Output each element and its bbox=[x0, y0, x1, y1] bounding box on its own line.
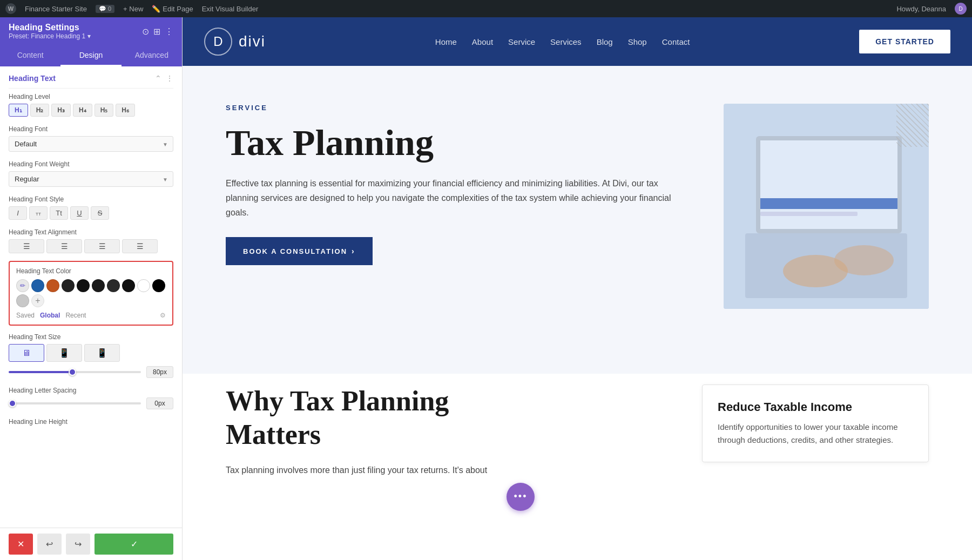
cta-button[interactable]: BOOK A CONSULTATION › bbox=[226, 237, 373, 265]
h1-button[interactable]: H₁ bbox=[9, 104, 28, 117]
align-buttons: ☰ ☰ ☰ ☰ bbox=[9, 239, 173, 253]
edit-page-link[interactable]: ✏️ Edit Page bbox=[152, 5, 193, 13]
card-title: Reduce Taxable Income bbox=[718, 400, 913, 414]
italic-button[interactable]: I bbox=[9, 206, 27, 220]
nav-blog[interactable]: Blog bbox=[597, 37, 613, 46]
wp-logo-icon[interactable]: W bbox=[5, 3, 16, 14]
new-button[interactable]: + New bbox=[123, 5, 143, 13]
underline-button[interactable]: U bbox=[70, 206, 89, 220]
site-nav: Home About Service Services Blog Shop Co… bbox=[435, 37, 690, 46]
fab-container: ••• bbox=[226, 483, 929, 515]
cta-label: BOOK A CONSULTATION bbox=[243, 247, 347, 255]
letter-spacing-slider-track[interactable] bbox=[9, 402, 141, 404]
undo-button[interactable]: ↩ bbox=[37, 534, 62, 555]
tab-design[interactable]: Design bbox=[60, 45, 121, 66]
more-options-icon[interactable]: ⋮ bbox=[165, 26, 173, 37]
saved-tab[interactable]: Saved bbox=[16, 312, 35, 319]
heading-font-group: Heading Font Default bbox=[0, 121, 182, 156]
color-settings-icon[interactable]: ⚙ bbox=[160, 312, 166, 319]
color-swatch-dark3[interactable] bbox=[92, 279, 105, 292]
color-swatch-orange[interactable] bbox=[46, 279, 59, 292]
add-color-button[interactable]: + bbox=[31, 294, 44, 307]
desktop-button[interactable]: 🖥 bbox=[9, 344, 44, 362]
nav-services[interactable]: Services bbox=[550, 37, 582, 46]
color-swatch-dark2[interactable] bbox=[77, 279, 90, 292]
panel-preset[interactable]: Preset: Finance Heading 1 ▾ bbox=[9, 32, 91, 40]
site-name[interactable]: Finance Starter Site bbox=[25, 5, 87, 13]
h2-button[interactable]: H₂ bbox=[30, 104, 50, 117]
redo-button[interactable]: ↪ bbox=[66, 534, 90, 555]
letter-spacing-value[interactable]: 0px bbox=[146, 397, 173, 409]
color-swatch-dark5[interactable] bbox=[122, 279, 135, 292]
fab-icon: ••• bbox=[514, 491, 528, 502]
cta-arrow-icon: › bbox=[352, 247, 355, 255]
comment-count[interactable]: 💬 0 bbox=[96, 5, 114, 13]
align-justify-button[interactable]: ☰ bbox=[122, 239, 158, 253]
heading-text-color-label: Heading Text Color bbox=[16, 267, 166, 275]
heading-level-group: Heading Level H₁ H₂ H₃ H₄ H₅ H₆ bbox=[0, 89, 182, 121]
nav-about[interactable]: About bbox=[472, 37, 493, 46]
collapse-icon[interactable]: ⌃ bbox=[155, 74, 161, 83]
global-tab[interactable]: Global bbox=[40, 312, 60, 319]
titlecase-button[interactable]: Tt bbox=[50, 206, 68, 220]
h4-button[interactable]: H₄ bbox=[73, 104, 92, 117]
tablet-button[interactable]: 📱 bbox=[46, 344, 82, 362]
mobile-button[interactable]: 📱 bbox=[84, 344, 120, 362]
heading-letter-spacing-label: Heading Letter Spacing bbox=[9, 387, 173, 394]
focus-icon[interactable]: ⊙ bbox=[142, 26, 149, 37]
service-label: SERVICE bbox=[226, 104, 691, 112]
heading-text-section-header: Heading Text ⌃ ⋮ bbox=[0, 66, 182, 88]
heading-line-height-group: Heading Line Height bbox=[0, 414, 182, 433]
text-size-slider-track[interactable] bbox=[9, 371, 141, 373]
section-more-icon[interactable]: ⋮ bbox=[166, 74, 173, 83]
save-button[interactable]: ✓ bbox=[94, 534, 173, 555]
heading-text-color-section: Heading Text Color ✏ + Saved bbox=[9, 261, 173, 326]
heading-font-style-label: Heading Font Style bbox=[9, 195, 173, 203]
text-size-value[interactable]: 80px bbox=[146, 366, 173, 378]
heading-font-style-group: Heading Font Style I TT Tt U S bbox=[0, 191, 182, 224]
color-swatch-lightgray[interactable] bbox=[16, 294, 29, 307]
heading-font-label: Heading Font bbox=[9, 125, 173, 133]
heading-font-select-wrap: Default bbox=[9, 136, 173, 152]
heading-font-weight-group: Heading Font Weight Regular bbox=[0, 156, 182, 191]
recent-tab[interactable]: Recent bbox=[65, 312, 86, 319]
nav-service[interactable]: Service bbox=[508, 37, 535, 46]
card: Reduce Taxable Income Identify opportuni… bbox=[702, 384, 929, 462]
bottom-toolbar: ✕ ↩ ↪ ✓ bbox=[0, 528, 182, 560]
allcaps-button[interactable]: TT bbox=[29, 206, 48, 220]
svg-rect-4 bbox=[760, 212, 858, 216]
site-logo: D divi bbox=[204, 28, 266, 56]
align-center-button[interactable]: ☰ bbox=[46, 239, 82, 253]
nav-home[interactable]: Home bbox=[435, 37, 457, 46]
heading-level-label: Heading Level bbox=[9, 93, 173, 100]
tab-content[interactable]: Content bbox=[0, 45, 60, 66]
color-swatch-dark4[interactable] bbox=[107, 279, 120, 292]
tab-advanced[interactable]: Advanced bbox=[122, 45, 182, 66]
section-header-icons: ⌃ ⋮ bbox=[155, 74, 173, 83]
get-started-button[interactable]: GET STARTED bbox=[859, 30, 950, 53]
color-swatch-blue[interactable] bbox=[31, 279, 44, 292]
heading-text-size-group: Heading Text Size 🖥 📱 📱 80px bbox=[0, 329, 182, 382]
h5-button[interactable]: H₅ bbox=[94, 104, 114, 117]
columns-icon[interactable]: ⊞ bbox=[153, 26, 160, 37]
panel-header-icons: ⊙ ⊞ ⋮ bbox=[142, 26, 173, 37]
exit-builder-link[interactable]: Exit Visual Builder bbox=[202, 5, 259, 13]
nav-shop[interactable]: Shop bbox=[628, 37, 647, 46]
nav-contact[interactable]: Contact bbox=[662, 37, 690, 46]
fab-button[interactable]: ••• bbox=[507, 483, 535, 511]
logo-circle: D bbox=[204, 28, 232, 56]
cancel-button[interactable]: ✕ bbox=[9, 534, 33, 555]
heading-font-select[interactable]: Default bbox=[9, 136, 173, 152]
avatar[interactable]: D bbox=[955, 3, 967, 15]
align-right-button[interactable]: ☰ bbox=[84, 239, 120, 253]
heading-font-weight-select[interactable]: Regular bbox=[9, 171, 173, 187]
h6-button[interactable]: H₆ bbox=[116, 104, 135, 117]
h3-button[interactable]: H₃ bbox=[51, 104, 71, 117]
heading-text-size-label: Heading Text Size bbox=[9, 333, 173, 341]
color-swatch-black[interactable] bbox=[152, 279, 165, 292]
eyedropper-tool[interactable]: ✏ bbox=[16, 279, 29, 292]
color-swatch-dark1[interactable] bbox=[62, 279, 75, 292]
align-left-button[interactable]: ☰ bbox=[9, 239, 44, 253]
color-swatch-white[interactable] bbox=[137, 279, 150, 292]
strikethrough-button[interactable]: S bbox=[91, 206, 109, 220]
